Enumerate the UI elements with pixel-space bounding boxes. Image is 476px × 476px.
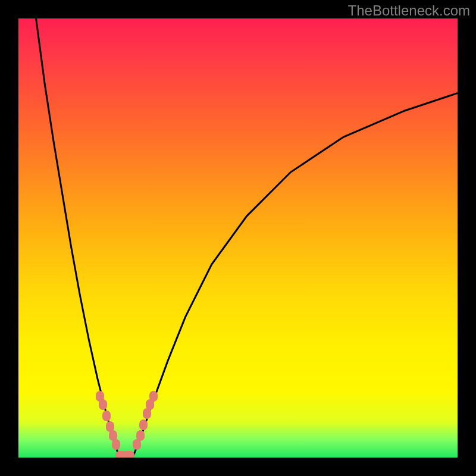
bead-right — [136, 430, 145, 441]
curve-left-curve — [36, 18, 120, 458]
plot-area — [18, 18, 458, 458]
bead-left — [102, 411, 111, 421]
bead-right — [149, 391, 158, 402]
curve-right-curve — [133, 93, 458, 458]
curve-svg — [18, 18, 458, 458]
watermark-text: TheBottleneck.com — [348, 2, 470, 19]
bead-left — [112, 439, 120, 450]
bead-bottom — [123, 451, 134, 458]
bead-left — [99, 399, 107, 410]
chart-outer-frame: TheBottleneck.com — [0, 0, 476, 476]
bead-right — [139, 419, 148, 430]
